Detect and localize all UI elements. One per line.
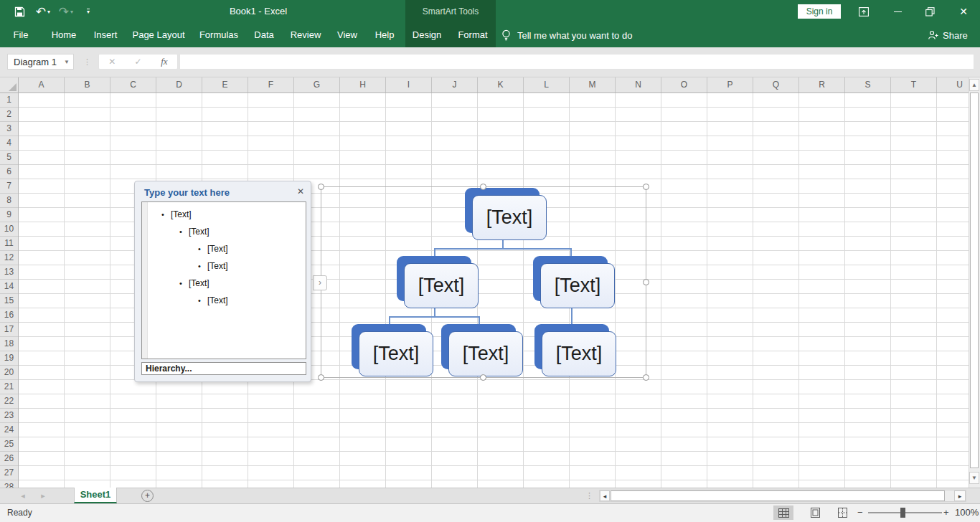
row-header-22[interactable]: 22 xyxy=(0,394,18,409)
text-pane-item-6[interactable]: •[Text] xyxy=(142,292,306,309)
column-header-T[interactable]: T xyxy=(891,77,937,92)
undo-button[interactable]: ↶ ▾ xyxy=(32,0,55,23)
row-header-27[interactable]: 27 xyxy=(0,466,18,480)
zoom-in-button[interactable]: + xyxy=(943,503,949,522)
selection-handle-top-right[interactable] xyxy=(643,184,649,190)
column-header-D[interactable]: D xyxy=(156,77,202,92)
tab-format[interactable]: Format xyxy=(458,23,487,47)
row-header-1[interactable]: 1 xyxy=(0,93,18,108)
zoom-level[interactable]: 100% xyxy=(955,503,979,522)
column-header-S[interactable]: S xyxy=(845,77,891,92)
tab-view[interactable]: View xyxy=(337,23,357,47)
selection-handle-top-left[interactable] xyxy=(318,184,324,190)
qat-customize-button[interactable]: ▾ xyxy=(77,0,99,23)
column-header-N[interactable]: N xyxy=(616,77,661,92)
column-header-U[interactable]: U xyxy=(937,77,969,92)
tab-home[interactable]: Home xyxy=(52,23,77,47)
sign-in-button[interactable]: Sign in xyxy=(798,4,841,19)
column-header-K[interactable]: K xyxy=(478,77,524,92)
tab-help[interactable]: Help xyxy=(375,23,395,47)
column-header-L[interactable]: L xyxy=(524,77,570,92)
row-header-3[interactable]: 3 xyxy=(0,122,18,136)
row-header-24[interactable]: 24 xyxy=(0,423,18,437)
column-header-P[interactable]: P xyxy=(707,77,753,92)
row-header-16[interactable]: 16 xyxy=(0,308,18,323)
tab-data[interactable]: Data xyxy=(254,23,273,47)
tab-bar-splitter[interactable]: ⋮ xyxy=(585,488,593,503)
view-normal-button[interactable] xyxy=(773,506,793,520)
text-pane-item-1[interactable]: •[Text] xyxy=(142,206,306,223)
text-pane-item-5[interactable]: •[Text] xyxy=(142,275,306,292)
row-header-28[interactable]: 28 xyxy=(0,480,18,488)
smartart-node-leaf-2[interactable]: [Text] xyxy=(448,331,523,376)
column-header-C[interactable]: C xyxy=(110,77,156,92)
text-pane-close-button[interactable]: ✕ xyxy=(297,186,304,196)
selection-handle-bottom-right[interactable] xyxy=(643,374,649,381)
row-header-7[interactable]: 7 xyxy=(0,179,18,194)
vertical-scroll-thumb[interactable] xyxy=(970,92,979,468)
tab-design[interactable]: Design xyxy=(413,23,441,47)
smartart-node-root[interactable]: [Text] xyxy=(472,195,547,240)
tab-formulas[interactable]: Formulas xyxy=(199,23,238,47)
redo-button[interactable]: ↷ ▾ xyxy=(55,0,77,23)
row-header-15[interactable]: 15 xyxy=(0,294,18,308)
row-header-17[interactable]: 17 xyxy=(0,323,18,337)
scroll-right-button[interactable]: ▸ xyxy=(954,490,966,501)
formula-bar-splitter[interactable]: ⋮ xyxy=(83,54,91,70)
close-button[interactable]: ✕ xyxy=(951,0,976,23)
formula-input[interactable] xyxy=(179,54,974,70)
insert-function-button[interactable]: fx xyxy=(151,54,177,69)
name-box[interactable]: Diagram 1 ▼ xyxy=(7,54,74,70)
column-header-F[interactable]: F xyxy=(248,77,294,92)
selection-handle-top-middle[interactable] xyxy=(480,184,486,190)
add-sheet-button[interactable]: + xyxy=(141,490,154,502)
row-header-10[interactable]: 10 xyxy=(0,222,18,237)
selection-handle-bottom-middle[interactable] xyxy=(480,374,486,381)
sheet-tab-sheet1[interactable]: Sheet1 xyxy=(74,488,117,503)
row-header-18[interactable]: 18 xyxy=(0,337,18,351)
horizontal-scroll-thumb[interactable] xyxy=(611,490,945,501)
text-pane-toggle-button[interactable]: › xyxy=(313,275,327,290)
text-pane-item-4[interactable]: •[Text] xyxy=(142,257,306,275)
tab-page-layout[interactable]: Page Layout xyxy=(132,23,184,47)
column-header-H[interactable]: H xyxy=(340,77,386,92)
tab-review[interactable]: Review xyxy=(291,23,321,47)
row-header-9[interactable]: 9 xyxy=(0,208,18,222)
row-header-19[interactable]: 19 xyxy=(0,351,18,366)
zoom-slider-handle[interactable] xyxy=(900,508,905,518)
sheet-nav-next-button[interactable]: ▸ xyxy=(34,488,52,503)
view-page-layout-button[interactable] xyxy=(805,506,825,520)
smartart-node-branch-left[interactable]: [Text] xyxy=(404,263,479,308)
scroll-up-button[interactable]: ▲ xyxy=(969,79,979,91)
row-header-21[interactable]: 21 xyxy=(0,380,18,394)
row-header-13[interactable]: 13 xyxy=(0,265,18,280)
save-button[interactable] xyxy=(7,0,32,23)
row-header-26[interactable]: 26 xyxy=(0,452,18,466)
zoom-out-button[interactable]: − xyxy=(857,503,863,522)
smartart-node-leaf-3[interactable]: [Text] xyxy=(542,331,616,376)
text-pane-item-3[interactable]: •[Text] xyxy=(142,240,306,257)
formula-enter-button[interactable]: ✓ xyxy=(125,54,151,69)
column-header-O[interactable]: O xyxy=(661,77,707,92)
text-pane-item-2[interactable]: •[Text] xyxy=(142,223,306,240)
column-header-R[interactable]: R xyxy=(799,77,845,92)
column-header-E[interactable]: E xyxy=(202,77,248,92)
ribbon-display-options-button[interactable] xyxy=(852,0,876,23)
minimize-button[interactable] xyxy=(885,0,910,23)
layout-name-field[interactable]: Hierarchy... xyxy=(141,362,306,375)
tell-me-box[interactable]: Tell me what you want to do xyxy=(501,23,632,47)
tab-insert[interactable]: Insert xyxy=(94,23,118,47)
selection-handle-middle-right[interactable] xyxy=(643,279,649,285)
column-header-G[interactable]: G xyxy=(294,77,340,92)
row-header-6[interactable]: 6 xyxy=(0,165,18,179)
row-header-25[interactable]: 25 xyxy=(0,437,18,452)
maximize-button[interactable] xyxy=(918,0,942,23)
view-page-break-button[interactable] xyxy=(832,506,852,520)
row-header-12[interactable]: 12 xyxy=(0,251,18,265)
column-header-J[interactable]: J xyxy=(432,77,478,92)
row-header-11[interactable]: 11 xyxy=(0,237,18,251)
column-header-A[interactable]: A xyxy=(19,77,65,92)
share-button[interactable]: Share xyxy=(928,23,968,47)
select-all-button[interactable] xyxy=(0,77,19,93)
tab-file[interactable]: File xyxy=(14,23,29,47)
